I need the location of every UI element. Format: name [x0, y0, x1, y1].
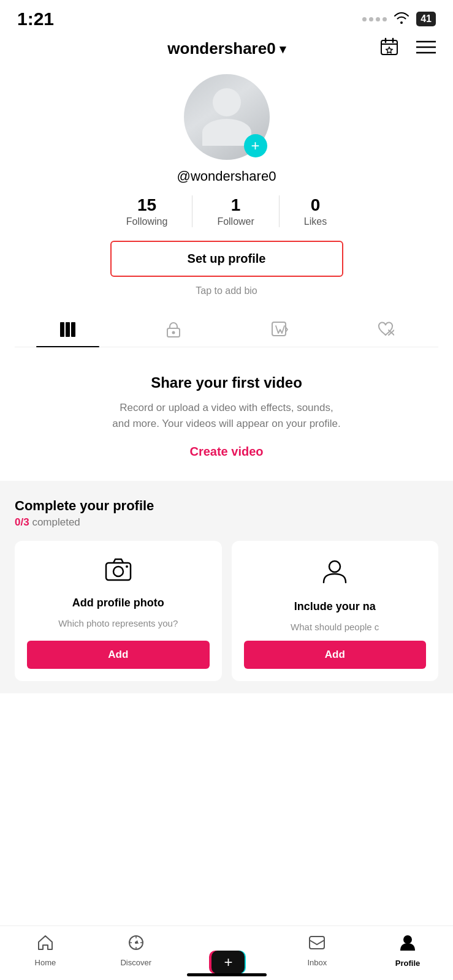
tab-lock[interactable] [121, 311, 227, 347]
follower-stat[interactable]: 1 Follower [192, 195, 278, 227]
tap-bio-label[interactable]: Tap to add bio [196, 285, 257, 296]
following-count: 15 [137, 195, 156, 215]
following-stat[interactable]: 15 Following [102, 195, 192, 227]
header-action-icons [377, 34, 438, 63]
menu-button[interactable] [414, 37, 438, 61]
profile-icon [399, 933, 416, 956]
profile-username: @wondershare0 [177, 168, 276, 184]
add-photo-button[interactable]: Add [27, 641, 210, 669]
inbox-icon [308, 934, 325, 956]
header: wondershare0 ▾ [0, 34, 453, 68]
svg-point-11 [172, 331, 175, 334]
wifi-icon [393, 11, 410, 27]
nav-home-label: Home [35, 958, 56, 967]
plus-dark-bg: + [211, 951, 245, 974]
svg-rect-8 [66, 322, 70, 337]
complete-profile-progress: 0/3 completed [15, 516, 438, 529]
progress-completed: completed [32, 516, 80, 528]
profile-cards: Add profile photo Which photo represents… [15, 541, 438, 681]
person-icon [321, 558, 348, 590]
header-username[interactable]: wondershare0 ▾ [167, 39, 285, 58]
likes-count: 0 [311, 195, 321, 215]
home-icon [37, 934, 54, 956]
camera-icon [105, 558, 132, 587]
likes-label: Likes [304, 216, 327, 227]
home-indicator [187, 973, 267, 976]
add-avatar-button[interactable]: + [244, 134, 267, 157]
add-photo-card-desc: Which photo represents you? [58, 617, 178, 630]
svg-point-17 [126, 565, 128, 568]
nav-discover-label: Discover [120, 958, 151, 967]
stats-row: 15 Following 1 Follower 0 Likes [92, 195, 362, 227]
follower-label: Follower [217, 216, 254, 227]
video-section-title: Share your first video [151, 374, 302, 391]
tab-tag[interactable] [227, 311, 333, 347]
nav-profile-label: Profile [395, 959, 420, 968]
setup-profile-button[interactable]: Set up profile [110, 241, 343, 277]
tab-grid[interactable] [15, 311, 121, 347]
signal-icon [362, 17, 387, 21]
follower-count: 1 [231, 195, 241, 215]
following-label: Following [126, 216, 168, 227]
nav-home[interactable]: Home [0, 934, 91, 967]
svg-point-26 [403, 935, 412, 944]
complete-profile-title: Complete your profile [15, 498, 438, 514]
status-time: 1:21 [17, 9, 54, 29]
avatar-head [213, 88, 241, 116]
include-name-card-title: Include your na [294, 600, 376, 613]
discover-icon [128, 934, 145, 956]
status-bar: 1:21 41 [0, 0, 453, 34]
nav-discover[interactable]: Discover [91, 934, 181, 967]
avatar-container: + [184, 74, 270, 160]
avatar-body [202, 119, 251, 146]
nav-inbox[interactable]: Inbox [272, 934, 362, 967]
calendar-star-button[interactable] [377, 34, 402, 63]
nav-inbox-label: Inbox [307, 958, 327, 967]
likes-stat[interactable]: 0 Likes [279, 195, 351, 227]
create-video-button[interactable]: Create video [189, 445, 263, 459]
chevron-down-icon: ▾ [280, 42, 286, 56]
include-name-card-desc: What should people c [291, 620, 379, 633]
tab-liked[interactable] [332, 311, 438, 347]
svg-point-18 [329, 561, 340, 572]
nav-profile[interactable]: Profile [362, 933, 453, 968]
progress-count: 0/3 [15, 516, 29, 528]
content-tabs [15, 311, 438, 347]
complete-profile-section: Complete your profile 0/3 completed Add … [0, 481, 453, 693]
svg-rect-7 [60, 322, 64, 337]
plus-icon: + [224, 954, 232, 971]
bottom-navigation: Home Discover + [0, 925, 453, 980]
svg-point-16 [113, 567, 123, 576]
video-section: Share your first video Record or upload … [0, 347, 453, 481]
add-photo-card: Add profile photo Which photo represents… [15, 541, 222, 681]
svg-rect-9 [71, 322, 75, 337]
add-photo-card-title: Add profile photo [72, 597, 164, 609]
video-section-desc: Record or upload a video with effects, s… [110, 400, 343, 431]
include-name-card: Include your na What should people c Add [232, 541, 439, 681]
battery-icon: 41 [416, 12, 436, 26]
status-icons: 41 [362, 11, 436, 27]
include-name-button[interactable]: Add [244, 641, 427, 669]
svg-rect-25 [310, 937, 324, 949]
profile-section: + @wondershare0 15 Following 1 Follower … [0, 68, 453, 347]
